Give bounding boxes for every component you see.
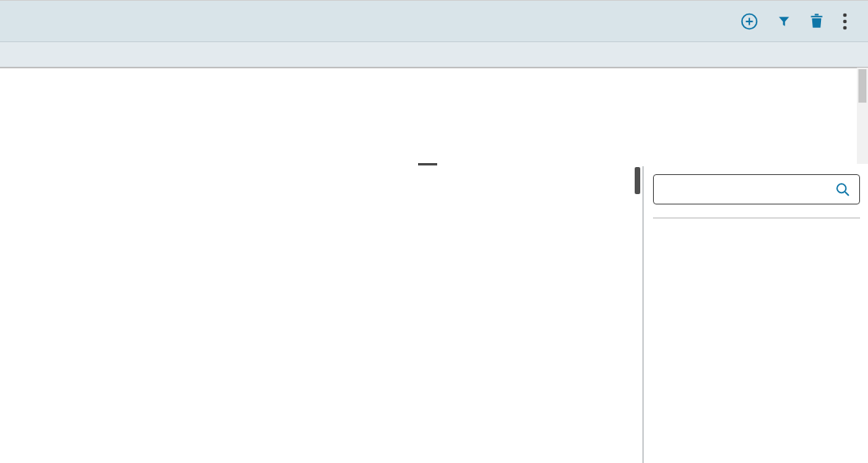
toolbar	[740, 12, 868, 31]
code-area[interactable]	[41, 166, 557, 463]
search-box	[653, 174, 860, 204]
table-scrollbar-thumb[interactable]	[858, 69, 866, 103]
line-number-gutter	[0, 166, 41, 463]
table-vertical-scrollbar[interactable]	[857, 68, 868, 164]
search-panel	[643, 166, 868, 463]
add-icon[interactable]	[740, 12, 759, 31]
more-options-icon[interactable]	[843, 13, 847, 30]
filter-icon[interactable]	[777, 14, 791, 29]
editor-scrollbar-thumb[interactable]	[635, 167, 640, 194]
expression-editor[interactable]	[0, 166, 643, 463]
search-icon[interactable]	[835, 181, 851, 201]
table-header	[0, 42, 868, 68]
calculated-fields-table	[0, 68, 857, 68]
delete-icon[interactable]	[809, 13, 824, 29]
editor-minimap[interactable]	[557, 166, 633, 463]
title-bar	[0, 1, 868, 42]
editor-vertical-scrollbar[interactable]	[633, 166, 643, 463]
calculated-fields-window	[0, 0, 868, 463]
search-input[interactable]	[663, 176, 834, 204]
panel-tabs	[653, 217, 860, 219]
grid-editor-splitter-handle[interactable]	[418, 163, 437, 165]
